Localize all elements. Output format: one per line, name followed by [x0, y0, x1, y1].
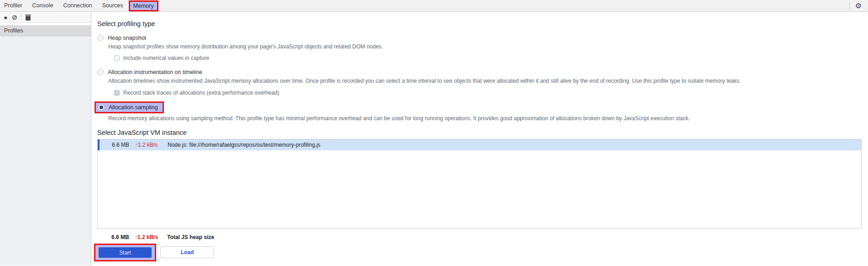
- vm-heap-rate: ↑1.2 kB/s: [135, 142, 168, 148]
- delete-profile-icon[interactable]: [26, 14, 31, 21]
- vm-instance-name: Node.js: file:///home/rafaelgss/repos/os…: [168, 142, 321, 148]
- total-heap-label: Total JS heap size: [167, 234, 214, 240]
- option-heap-snapshot: Heap snapshot Heap snapshot profiles sho…: [97, 34, 862, 61]
- toolbar-divider: [21, 14, 21, 21]
- profiles-section-header[interactable]: Profiles: [0, 25, 91, 37]
- memory-panel: Select profiling type Heap snapshot Heap…: [91, 12, 868, 266]
- allocation-timeline-description: Allocation timelines show instrumented J…: [108, 78, 862, 84]
- action-buttons-row: Start Load: [97, 244, 862, 261]
- tab-sources[interactable]: Sources: [97, 0, 128, 11]
- option-allocation-timeline: Allocation instrumentation on timeline A…: [97, 69, 862, 96]
- vm-instance-row[interactable]: 6.6 MB ↑1.2 kB/s Node.js: file:///home/r…: [98, 139, 861, 150]
- heap-snapshot-radio[interactable]: [97, 35, 104, 41]
- tab-profiler[interactable]: Profiler: [0, 0, 27, 11]
- vm-instance-title: Select JavaScript VM instance: [97, 129, 862, 136]
- start-button[interactable]: Start: [99, 247, 152, 258]
- vm-instance-list[interactable]: 6.6 MB ↑1.2 kB/s Node.js: file:///home/r…: [97, 139, 862, 229]
- sidebar: ● ⊘ Profiles: [0, 12, 91, 266]
- devtools-body: ● ⊘ Profiles Select profiling type Heap …: [0, 12, 868, 266]
- total-heap-row: 6.6 MB ↑1.2 kB/s Total JS heap size: [111, 234, 862, 240]
- include-numerical-values-checkbox[interactable]: [114, 55, 120, 61]
- settings-gear-icon[interactable]: ⚙: [855, 2, 862, 10]
- allocation-sampling-radio[interactable]: [98, 104, 105, 111]
- annotation-box-allocation-sampling: Allocation sampling: [95, 101, 164, 113]
- profiler-toolbar: ● ⊘: [0, 12, 91, 23]
- vm-heap-size: 6.6 MB: [112, 142, 135, 148]
- include-numerical-values-label[interactable]: Include numerical values in capture: [123, 55, 209, 61]
- tab-memory[interactable]: Memory: [130, 2, 157, 10]
- heap-snapshot-description: Heap snapshot profiles show memory distr…: [108, 43, 862, 50]
- annotation-box-start-button: Start: [94, 244, 156, 261]
- load-button[interactable]: Load: [160, 246, 214, 258]
- allocation-timeline-label[interactable]: Allocation instrumentation on timeline: [108, 69, 202, 75]
- profiles-list-area: [0, 37, 91, 266]
- total-heap-rate: ↑1.2 kB/s: [135, 234, 167, 240]
- clear-all-icon[interactable]: ⊘: [11, 14, 17, 21]
- record-icon[interactable]: ●: [4, 14, 7, 21]
- record-stack-traces-checkbox[interactable]: [114, 90, 120, 96]
- allocation-timeline-radio[interactable]: [97, 69, 104, 75]
- tabbar: Profiler Console Connection Sources Memo…: [0, 0, 868, 12]
- heap-snapshot-label[interactable]: Heap snapshot: [108, 35, 146, 41]
- tab-console[interactable]: Console: [27, 0, 58, 11]
- option-allocation-sampling: Allocation sampling Record memory alloca…: [97, 101, 862, 122]
- allocation-sampling-label[interactable]: Allocation sampling: [109, 104, 158, 111]
- annotation-box-memory-tab: Memory: [129, 0, 158, 11]
- profiling-type-title: Select profiling type: [97, 20, 862, 27]
- allocation-sampling-description: Record memory allocations using sampling…: [108, 115, 862, 122]
- tabbar-divider: [849, 2, 850, 9]
- tab-connection[interactable]: Connection: [58, 0, 97, 11]
- total-heap-size: 6.6 MB: [111, 234, 135, 240]
- record-stack-traces-label[interactable]: Record stack traces of allocations (extr…: [123, 90, 279, 96]
